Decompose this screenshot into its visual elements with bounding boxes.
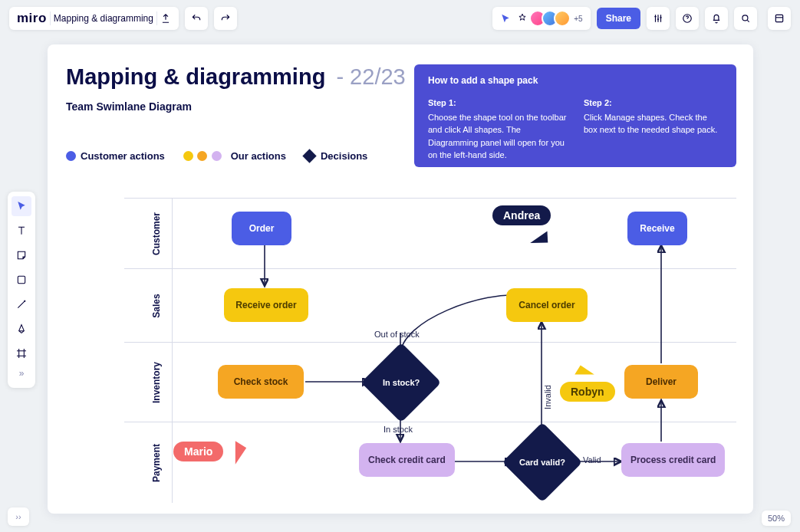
tool-shape[interactable] (12, 270, 31, 290)
reactions-icon[interactable] (517, 13, 528, 24)
tool-frame[interactable] (12, 343, 31, 363)
help-icon[interactable] (676, 7, 699, 30)
legend-customer: Customer actions (66, 150, 165, 162)
swimlane-diagram[interactable]: Customer Sales Inventory Payment (124, 198, 736, 503)
cursor-icon[interactable] (500, 13, 511, 24)
edge-in-stock: In stock (384, 425, 413, 434)
board-title-pill[interactable]: miro Mapping & diagramming (9, 7, 179, 30)
avatar (554, 10, 571, 27)
undo-button[interactable] (185, 7, 208, 30)
node-check-stock[interactable]: Check stock (218, 365, 304, 399)
topbar: miro Mapping & diagramming (9, 6, 791, 31)
cursor-robyn: Robyn (560, 382, 615, 402)
edge-invalid: Invalid (543, 385, 552, 409)
redo-button[interactable] (214, 7, 237, 30)
node-receive-order[interactable]: Receive order (224, 288, 308, 322)
page-subtitle: Team Swimlane Diagram (66, 100, 406, 113)
miro-logo: miro (17, 11, 47, 26)
avatar-overflow[interactable]: +5 (574, 15, 582, 23)
help-step-2: Step 2:Click Manage shapes. Check the bo… (584, 97, 723, 162)
export-icon[interactable] (160, 13, 171, 24)
collapse-button[interactable]: ›› (8, 507, 29, 526)
share-button[interactable]: Share (597, 8, 640, 29)
lane-sales: Sales (124, 268, 736, 342)
avatar-stack[interactable]: +5 (534, 10, 582, 27)
node-order[interactable]: Order (232, 212, 291, 245)
help-title: How to add a shape pack (428, 75, 723, 86)
legend-decision: Decisions (305, 150, 367, 162)
svg-rect-4 (18, 276, 25, 283)
svg-point-1 (742, 15, 748, 21)
cursor-mario-pointer-icon (235, 441, 246, 465)
tool-text[interactable] (12, 221, 31, 241)
node-cancel-order[interactable]: Cancel order (506, 288, 588, 322)
node-process-cc[interactable]: Process credit card (621, 443, 725, 477)
board-header: Mapping & diagramming - 22/23 Team Swiml… (66, 64, 406, 113)
settings-icon[interactable] (647, 7, 670, 30)
search-icon[interactable] (734, 7, 757, 30)
edge-out-of-stock: Out of stock (374, 330, 420, 339)
collab-cluster: +5 (492, 7, 590, 30)
tool-pen[interactable] (12, 319, 31, 339)
help-step-1: Step 1:Choose the shape tool on the tool… (428, 97, 567, 162)
edge-valid: Valid (583, 455, 601, 465)
zoom-level[interactable]: 50% (762, 511, 791, 526)
tool-line[interactable] (12, 294, 31, 314)
panel-icon[interactable] (768, 7, 791, 30)
node-deliver[interactable]: Deliver (624, 365, 698, 399)
cursor-robyn-pointer-icon (574, 366, 594, 375)
canvas[interactable]: Mapping & diagramming - 22/23 Team Swiml… (48, 44, 753, 514)
cursor-andrea: Andrea (492, 205, 551, 225)
board-name[interactable]: Mapping & diagramming (54, 13, 153, 24)
node-receive[interactable]: Receive (627, 212, 687, 245)
cursor-mario: Mario (173, 442, 223, 461)
node-check-cc[interactable]: Check credit card (359, 443, 455, 477)
legend-our: Our actions (183, 150, 286, 162)
tool-more[interactable]: » (19, 368, 25, 383)
tool-cursor[interactable] (12, 196, 31, 216)
page-title: Mapping & diagramming - 22/23 (66, 64, 406, 90)
svg-rect-2 (775, 15, 782, 21)
side-toolbar: » (8, 192, 35, 388)
bell-icon[interactable] (705, 7, 728, 30)
legend: Customer actions Our actions Decisions (66, 150, 367, 162)
help-panel: How to add a shape pack Step 1:Choose th… (414, 64, 736, 167)
tool-sticky[interactable] (12, 245, 31, 265)
